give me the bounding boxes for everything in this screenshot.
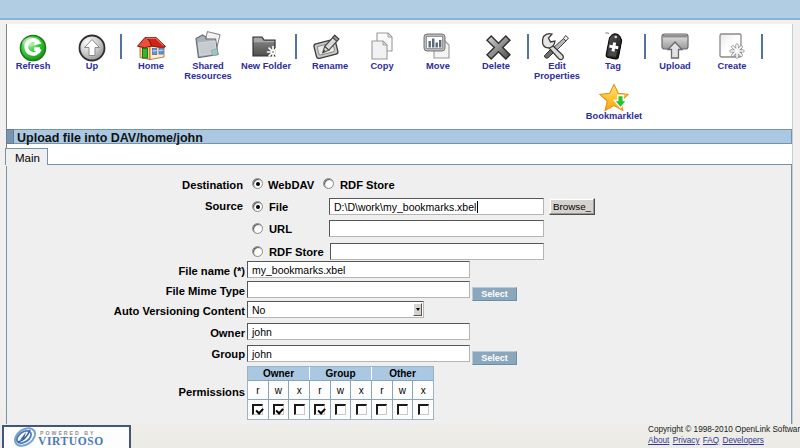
svg-text:VIRTUOSO: VIRTUOSO [38, 435, 104, 447]
